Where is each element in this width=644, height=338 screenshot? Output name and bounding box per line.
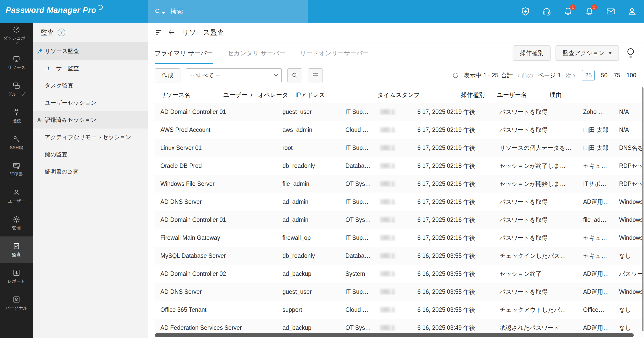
column-view-button[interactable] — [308, 68, 323, 82]
table-row[interactable]: MySQL Database Server db_readonly Databa… — [155, 247, 644, 265]
main-nav-item[interactable]: グループ — [0, 76, 33, 103]
support-headset-icon — [542, 7, 551, 16]
cell-user-account: aws_admin — [277, 126, 340, 133]
personal-icon — [13, 296, 20, 303]
table-row[interactable]: Oracle DB Prod db_readonly Databa… 192.1… — [155, 157, 644, 175]
column-header[interactable]: ユーザー名 — [491, 91, 544, 99]
main-nav-item[interactable]: レポート — [0, 263, 33, 290]
cell-ip-address: 192.1 — [374, 162, 412, 169]
audit-action-button[interactable]: 監査アクション — [556, 45, 619, 60]
audit-nav-item[interactable]: 鍵の監査 — [33, 146, 148, 163]
cell-ip-address: 192.1 — [374, 180, 412, 187]
cell-user-name: AD運用… — [577, 270, 613, 278]
search-scope-caret-icon[interactable] — [162, 12, 165, 14]
global-search[interactable] — [148, 0, 308, 23]
operation-filter-select[interactable]: -- すべて -- — [186, 68, 282, 82]
search-button[interactable] — [287, 68, 302, 82]
topbar-icon-button[interactable]: 1 — [563, 7, 573, 16]
column-header[interactable]: リソース名 — [155, 91, 218, 99]
table-row[interactable]: AD Domain Controller 01 ad_admin OT Sys…… — [155, 211, 644, 229]
help-icon[interactable]: ? — [58, 29, 65, 36]
main-nav-item-label: 監査 — [11, 252, 22, 257]
topbar-icon-button[interactable]: 1 — [585, 7, 594, 16]
audit-nav-item[interactable]: ユーザー監査 — [33, 60, 148, 77]
topbar-icon-button[interactable] — [521, 7, 530, 16]
cell-resource-name: Office 365 Tenant — [155, 306, 277, 313]
table-row[interactable]: Firewall Main Gateway firewall_op IT Sup… — [155, 229, 644, 247]
table-row[interactable]: AWS Prod Account aws_admin Cloud … 192.1… — [155, 121, 644, 139]
table-row[interactable]: AD Domain Controller 02 ad_backup System… — [155, 265, 644, 283]
main-nav-item-label: リソース — [6, 65, 27, 70]
column-header[interactable]: 理由 — [544, 91, 562, 99]
main-nav-item[interactable]: 接続 — [0, 103, 33, 130]
column-header[interactable]: IPアドレス — [290, 91, 372, 99]
cell-ip-address: 192.1 — [374, 252, 412, 259]
table-row[interactable]: AD Domain Controller 01 guest_user IT Su… — [155, 103, 644, 121]
audit-nav-item[interactable]: リソース監査 — [33, 42, 148, 60]
caret-down-icon — [608, 52, 612, 54]
topbar-icon-button[interactable] — [627, 7, 637, 16]
server-tab[interactable]: プライマリ サーバー — [155, 42, 213, 64]
main-nav-item[interactable]: 管理 — [0, 210, 33, 236]
back-arrow-icon[interactable] — [168, 29, 175, 36]
cell-operation-type: セッションが開始しま… — [494, 180, 577, 188]
main-nav-item[interactable]: 証明書 — [0, 156, 33, 183]
operation-type-button[interactable]: 操作種別 — [513, 45, 550, 60]
cell-ip-address: 192.1 — [374, 270, 412, 277]
column-header[interactable]: ユーザー アカウント — [218, 91, 252, 99]
page-size-option[interactable]: 100 — [627, 72, 636, 79]
table-row[interactable]: Windows File Server file_admin OT Sys… 1… — [155, 175, 644, 193]
cell-ip-address: 192.1 — [374, 216, 412, 223]
table-row[interactable]: AD DNS Server guest_user IT Sup… 192.1 6… — [155, 283, 644, 301]
audit-nav-item[interactable]: タスク監査 — [33, 77, 148, 94]
main-nav-item[interactable]: 監査 — [0, 236, 33, 263]
list-view-icon — [312, 72, 319, 79]
page-size-option[interactable]: 50 — [601, 72, 608, 79]
cell-timestamp: 6 16, 2025 03:55 午後 — [412, 252, 494, 260]
tabs-row: プライマリ サーバー セカンダリ サーバー リードオンリーサーバー 操作種別 監… — [148, 42, 644, 64]
create-button[interactable]: 作成 — [155, 68, 180, 82]
column-header[interactable]: オペレータ — [252, 91, 290, 99]
refresh-icon[interactable] — [452, 72, 459, 79]
column-header[interactable]: 操作種別 — [455, 91, 491, 99]
global-search-input[interactable] — [170, 7, 281, 15]
table-row[interactable]: Linux Server 01 root IT Sup… 192.1 6 17,… — [155, 139, 644, 157]
vertical-scrollbar[interactable] — [642, 87, 643, 331]
main-nav-item-label: グループ — [6, 92, 27, 97]
cell-user-name: 山田 太郎 — [577, 126, 613, 134]
audit-nav-item[interactable]: アクティブなリモートセッション — [33, 129, 148, 146]
page-size-option[interactable]: 25 — [582, 70, 595, 81]
main-nav-item[interactable]: パーソナル — [0, 290, 33, 317]
cell-user-account: ad_admin — [277, 198, 340, 205]
audit-nav-item[interactable]: 記録済みセッション — [33, 111, 148, 129]
table-row[interactable]: Office 365 Tenant support Cloud … 192.1 … — [155, 301, 644, 319]
menu-collapse-icon[interactable] — [155, 29, 162, 36]
server-tab[interactable]: セカンダリ サーバー — [227, 42, 286, 64]
table-row[interactable]: AD DNS Server ad_admin IT Sup… 192.1 6 1… — [155, 193, 644, 211]
cell-reason: RDPセッション — [613, 162, 644, 170]
cell-user-name: AD運用… — [577, 324, 613, 332]
main-nav-item[interactable]: ユーザー — [0, 183, 33, 210]
audit-nav-item-label: ユーザー監査 — [45, 65, 79, 72]
main-nav-item[interactable]: リソース — [0, 49, 33, 76]
cell-user-account: guest_user — [277, 288, 340, 295]
total-link[interactable]: 合計 — [501, 71, 513, 79]
server-tab[interactable]: リードオンリーサーバー — [300, 42, 369, 64]
topbar-icon-button[interactable] — [606, 7, 615, 16]
lightbulb-icon[interactable] — [625, 47, 636, 59]
page-size-option[interactable]: 75 — [614, 72, 620, 79]
audit-nav-item[interactable]: ユーザーセッション — [33, 94, 148, 111]
prev-page[interactable]: ‹ 前の — [517, 71, 533, 79]
cell-reason: なし — [613, 306, 644, 314]
main-nav-item[interactable]: SSH鍵 — [0, 130, 33, 156]
cell-user-account: ad_backup — [277, 324, 340, 331]
next-page[interactable]: 次 › — [565, 71, 575, 79]
topbar-icon-button[interactable] — [542, 7, 551, 16]
password-manager-pro-app: Password Manager Pro — [0, 0, 644, 338]
horizontal-scrollbar[interactable] — [155, 333, 634, 337]
column-header[interactable]: タイムスタンプ — [372, 91, 455, 99]
audit-nav-item[interactable]: 証明書の監査 — [33, 163, 148, 180]
cell-timestamp: 6 17, 2025 02:19 午後 — [412, 108, 494, 116]
cell-user-name: セキュ… — [577, 234, 613, 242]
cell-reason: なし — [613, 324, 644, 332]
